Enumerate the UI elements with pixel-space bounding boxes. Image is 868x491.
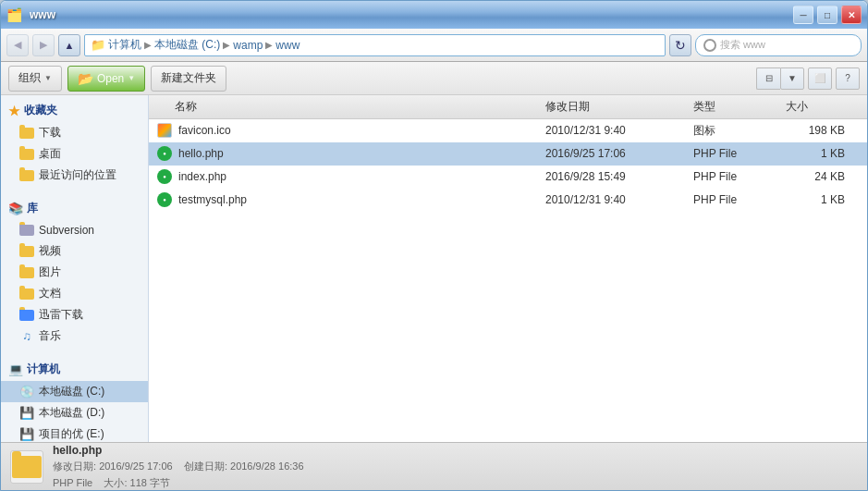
file-icon: ● <box>156 145 173 162</box>
file-date: 2016/9/25 17:06 <box>545 147 693 160</box>
music-icon: ♫ <box>19 329 34 344</box>
table-row[interactable]: ● testmysql.php 2010/12/31 9:40 PHP File… <box>149 189 867 212</box>
close-button[interactable]: ✕ <box>841 6 862 24</box>
open-label: Open <box>97 72 124 85</box>
table-row[interactable]: favicon.ico 2010/12/31 9:40 图标 198 KB <box>149 119 867 142</box>
doc-icon <box>19 287 34 301</box>
col-size-header[interactable]: 大小 <box>786 99 860 115</box>
forward-button[interactable]: ▶ <box>32 34 55 56</box>
modified-label: 修改日期: <box>53 460 96 472</box>
modified-date: 2016/9/25 17:06 <box>99 460 173 472</box>
path-disk-c[interactable]: 本地磁盘 (C:) <box>154 37 220 53</box>
recent-folder-icon <box>19 168 34 183</box>
sidebar-item-doc[interactable]: 文档 <box>1 283 148 304</box>
sidebar-item-download[interactable]: 下载 <box>1 122 148 143</box>
image-label: 图片 <box>39 264 61 280</box>
col-type-header[interactable]: 类型 <box>693 99 786 115</box>
path-sep-3: ▶ <box>265 40 273 50</box>
created-label: 创建日期: <box>184 460 227 472</box>
computer-label: 计算机 <box>27 362 60 377</box>
toolbar: 组织 ▼ 📂 Open ▼ 新建文件夹 ⊟ ▼ ⬜ ? <box>1 62 867 95</box>
sidebar: ★ 收藏夹 下载 桌面 最近访问的位置 <box>1 95 149 442</box>
maximize-button[interactable]: □ <box>817 6 837 24</box>
path-sep-2: ▶ <box>223 40 230 50</box>
file-name: hello.php <box>178 147 224 160</box>
sidebar-item-local-d[interactable]: 💾 本地磁盘 (D:) <box>1 402 148 423</box>
sidebar-item-image[interactable]: 图片 <box>1 262 148 283</box>
toolbar-right: ⊟ ▼ ⬜ ? <box>756 68 860 90</box>
search-bar[interactable]: 搜索 www <box>695 34 862 56</box>
file-size: 1 KB <box>786 147 860 160</box>
open-icon: 📂 <box>78 71 93 86</box>
file-size: 24 KB <box>786 170 860 183</box>
filetype-status: PHP File <box>53 477 92 488</box>
file-icon: ● <box>156 168 173 185</box>
sidebar-item-thunder[interactable]: 迅雷下载 <box>1 304 148 325</box>
php-icon: ● <box>157 169 172 184</box>
preview-pane-button[interactable]: ⬜ <box>808 68 832 90</box>
file-icon: ● <box>156 191 173 208</box>
file-date: 2016/9/28 15:49 <box>545 170 693 183</box>
help-button[interactable]: ? <box>836 68 860 90</box>
up-button[interactable]: ▲ <box>58 34 80 56</box>
table-row[interactable]: ● index.php 2016/9/28 15:49 PHP File 24 … <box>149 166 867 189</box>
path-wamp[interactable]: wamp <box>233 39 263 52</box>
status-meta-modified: 修改日期: 2016/9/25 17:06 创建日期: 2016/9/28 16… <box>53 460 304 473</box>
address-bar-area: ◀ ▶ ▲ 📁 计算机 ▶ 本地磁盘 (C:) ▶ wamp ▶ www ↻ 搜… <box>1 29 867 62</box>
file-name: favicon.ico <box>178 124 231 137</box>
sidebar-item-recent[interactable]: 最近访问的位置 <box>1 165 148 186</box>
thunder-icon <box>19 308 34 323</box>
file-type: PHP File <box>693 147 786 160</box>
file-name-cell: ● testmysql.php <box>156 191 545 208</box>
search-icon <box>703 39 716 52</box>
library-section-header[interactable]: 📚 库 <box>1 193 148 220</box>
desktop-folder-icon <box>19 147 34 162</box>
minimize-button[interactable]: ─ <box>793 6 813 24</box>
sidebar-item-music[interactable]: ♫ 音乐 <box>1 325 148 347</box>
file-name-cell: favicon.ico <box>156 122 545 139</box>
music-label: 音乐 <box>39 328 61 344</box>
video-label: 视频 <box>39 243 61 259</box>
address-path-bar[interactable]: 📁 计算机 ▶ 本地磁盘 (C:) ▶ wamp ▶ www <box>84 34 666 56</box>
drive-e-icon: 💾 <box>19 427 34 442</box>
status-file-icon <box>10 450 43 484</box>
search-placeholder: 搜索 www <box>720 38 765 52</box>
path-computer[interactable]: 计算机 <box>108 37 141 53</box>
view-dropdown-button[interactable]: ▼ <box>780 68 804 90</box>
sidebar-item-local-e[interactable]: 💾 项目的优 (E:) <box>1 423 148 442</box>
folder-icon-address: 📁 <box>91 38 105 52</box>
refresh-button[interactable]: ↻ <box>669 34 691 56</box>
library-icon: 📚 <box>8 202 23 215</box>
drive-d-icon: 💾 <box>19 406 34 421</box>
sidebar-item-local-c[interactable]: 💿 本地磁盘 (C:) <box>1 381 148 402</box>
file-date: 2010/12/31 9:40 <box>545 124 693 137</box>
file-name-cell: ● hello.php <box>156 145 545 162</box>
recent-label: 最近访问的位置 <box>39 167 116 183</box>
created-date: 2016/9/28 16:36 <box>230 460 304 472</box>
organize-button[interactable]: 组织 ▼ <box>8 66 62 92</box>
doc-label: 文档 <box>39 286 61 301</box>
status-details: PHP File 大小: 118 字节 <box>53 476 304 490</box>
favorites-section-header[interactable]: ★ 收藏夹 <box>1 95 148 122</box>
sidebar-item-subversion[interactable]: Subversion <box>1 220 148 240</box>
table-row[interactable]: ● hello.php 2016/9/25 17:06 PHP File 1 K… <box>149 142 867 166</box>
path-www[interactable]: www <box>275 39 300 52</box>
window: 🗂️ www ─ □ ✕ ◀ ▶ ▲ 📁 计算机 ▶ 本地磁盘 (C:) ▶ w… <box>0 0 868 491</box>
sidebar-item-video[interactable]: 视频 <box>1 240 148 262</box>
path-sep-1: ▶ <box>144 40 152 50</box>
back-button[interactable]: ◀ <box>6 34 29 56</box>
file-type: 图标 <box>693 123 786 139</box>
open-button[interactable]: 📂 Open ▼ <box>67 66 145 92</box>
subversion-label: Subversion <box>39 224 94 237</box>
library-label: 库 <box>27 201 38 216</box>
file-date: 2010/12/31 9:40 <box>545 193 693 206</box>
content-area: ★ 收藏夹 下载 桌面 最近访问的位置 <box>1 95 867 442</box>
computer-section-header[interactable]: 💻 计算机 <box>1 354 148 381</box>
col-name-header[interactable]: 名称 <box>156 99 545 115</box>
sidebar-item-desktop[interactable]: 桌面 <box>1 143 148 165</box>
view-list-button[interactable]: ⊟ <box>756 68 780 90</box>
subversion-icon <box>19 223 34 238</box>
new-folder-button[interactable]: 新建文件夹 <box>151 66 226 92</box>
status-folder-icon <box>12 456 42 478</box>
col-date-header[interactable]: 修改日期 <box>545 99 693 115</box>
